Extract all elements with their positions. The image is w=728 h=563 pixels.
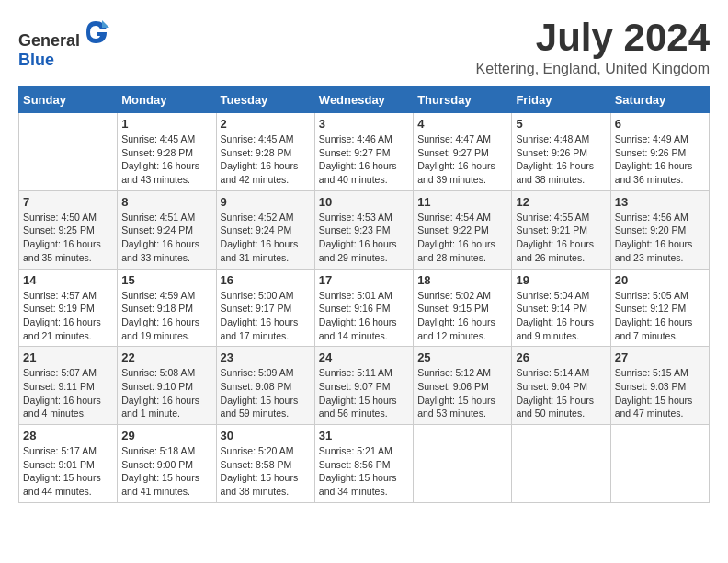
day-number: 16 bbox=[221, 273, 311, 287]
day-number: 29 bbox=[121, 429, 211, 442]
calendar-cell: 21Sunrise: 5:07 AM Sunset: 9:11 PM Dayli… bbox=[19, 347, 118, 425]
day-number: 19 bbox=[516, 273, 606, 287]
location-title: Kettering, England, United Kingdom bbox=[476, 61, 710, 77]
day-number: 3 bbox=[319, 117, 409, 131]
calendar-cell bbox=[414, 425, 512, 503]
day-info: Sunrise: 5:14 AM Sunset: 9:04 PM Dayligh… bbox=[516, 366, 606, 420]
weekday-header-sunday: Sunday bbox=[19, 87, 118, 113]
day-number: 10 bbox=[319, 195, 409, 209]
day-info: Sunrise: 5:12 AM Sunset: 9:06 PM Dayligh… bbox=[417, 366, 507, 420]
day-info: Sunrise: 4:52 AM Sunset: 9:24 PM Dayligh… bbox=[221, 211, 311, 265]
calendar-cell: 15Sunrise: 4:59 AM Sunset: 9:18 PM Dayli… bbox=[118, 269, 216, 347]
day-info: Sunrise: 4:48 AM Sunset: 9:26 PM Dayligh… bbox=[516, 132, 606, 187]
day-number: 11 bbox=[417, 195, 507, 209]
day-info: Sunrise: 5:04 AM Sunset: 9:14 PM Dayligh… bbox=[516, 289, 606, 343]
day-number: 27 bbox=[615, 350, 705, 364]
day-info: Sunrise: 4:53 AM Sunset: 9:23 PM Dayligh… bbox=[319, 211, 409, 265]
day-number: 13 bbox=[615, 195, 705, 209]
calendar-week-2: 7Sunrise: 4:50 AM Sunset: 9:25 PM Daylig… bbox=[19, 190, 710, 269]
day-info: Sunrise: 4:56 AM Sunset: 9:20 PM Dayligh… bbox=[615, 211, 705, 265]
logo-blue: Blue bbox=[18, 51, 54, 69]
calendar-cell: 25Sunrise: 5:12 AM Sunset: 9:06 PM Dayli… bbox=[414, 347, 512, 425]
day-number: 6 bbox=[615, 117, 705, 131]
day-info: Sunrise: 4:45 AM Sunset: 9:28 PM Dayligh… bbox=[121, 132, 211, 187]
day-info: Sunrise: 5:11 AM Sunset: 9:07 PM Dayligh… bbox=[319, 366, 409, 420]
day-info: Sunrise: 5:07 AM Sunset: 9:11 PM Dayligh… bbox=[23, 366, 113, 420]
calendar-cell: 3Sunrise: 4:46 AM Sunset: 9:27 PM Daylig… bbox=[314, 113, 413, 191]
calendar-cell: 22Sunrise: 5:08 AM Sunset: 9:10 PM Dayli… bbox=[118, 347, 216, 425]
calendar-cell: 18Sunrise: 5:02 AM Sunset: 9:15 PM Dayli… bbox=[414, 269, 512, 347]
day-number: 7 bbox=[23, 195, 113, 209]
weekday-header-friday: Friday bbox=[512, 87, 610, 113]
day-number: 23 bbox=[221, 350, 311, 364]
calendar-cell: 13Sunrise: 4:56 AM Sunset: 9:20 PM Dayli… bbox=[610, 190, 709, 269]
day-number: 24 bbox=[319, 350, 409, 364]
page-header: General Blue July 2024 Kettering, Englan… bbox=[18, 18, 710, 77]
day-number: 15 bbox=[121, 273, 211, 287]
calendar-cell: 5Sunrise: 4:48 AM Sunset: 9:26 PM Daylig… bbox=[512, 113, 610, 191]
title-area: July 2024 Kettering, England, United Kin… bbox=[476, 18, 710, 77]
calendar-cell bbox=[512, 425, 610, 503]
calendar-cell: 11Sunrise: 4:54 AM Sunset: 9:22 PM Dayli… bbox=[414, 190, 512, 269]
day-info: Sunrise: 4:51 AM Sunset: 9:24 PM Dayligh… bbox=[121, 211, 211, 265]
day-number: 31 bbox=[319, 429, 409, 442]
day-info: Sunrise: 4:54 AM Sunset: 9:22 PM Dayligh… bbox=[417, 211, 507, 265]
calendar-cell: 31Sunrise: 5:21 AM Sunset: 8:56 PM Dayli… bbox=[314, 425, 413, 503]
day-info: Sunrise: 5:18 AM Sunset: 9:00 PM Dayligh… bbox=[121, 444, 211, 499]
calendar-cell: 9Sunrise: 4:52 AM Sunset: 9:24 PM Daylig… bbox=[216, 190, 314, 269]
day-info: Sunrise: 5:09 AM Sunset: 9:08 PM Dayligh… bbox=[221, 366, 311, 420]
calendar-cell: 23Sunrise: 5:09 AM Sunset: 9:08 PM Dayli… bbox=[216, 347, 314, 425]
weekday-header-thursday: Thursday bbox=[414, 87, 512, 113]
day-info: Sunrise: 4:55 AM Sunset: 9:21 PM Dayligh… bbox=[516, 211, 606, 265]
calendar-cell: 20Sunrise: 5:05 AM Sunset: 9:12 PM Dayli… bbox=[610, 269, 709, 347]
calendar-table: SundayMondayTuesdayWednesdayThursdayFrid… bbox=[18, 86, 710, 503]
day-number: 30 bbox=[221, 429, 311, 442]
day-info: Sunrise: 4:46 AM Sunset: 9:27 PM Dayligh… bbox=[319, 132, 409, 187]
day-info: Sunrise: 5:01 AM Sunset: 9:16 PM Dayligh… bbox=[319, 289, 409, 343]
day-info: Sunrise: 5:20 AM Sunset: 8:58 PM Dayligh… bbox=[221, 444, 311, 499]
calendar-cell: 16Sunrise: 5:00 AM Sunset: 9:17 PM Dayli… bbox=[216, 269, 314, 347]
day-number: 9 bbox=[221, 195, 311, 209]
day-info: Sunrise: 4:47 AM Sunset: 9:27 PM Dayligh… bbox=[417, 132, 507, 187]
day-number: 28 bbox=[23, 429, 113, 442]
day-number: 22 bbox=[121, 350, 211, 364]
calendar-cell: 29Sunrise: 5:18 AM Sunset: 9:00 PM Dayli… bbox=[118, 425, 216, 503]
calendar-week-5: 28Sunrise: 5:17 AM Sunset: 9:01 PM Dayli… bbox=[19, 425, 710, 503]
day-info: Sunrise: 5:08 AM Sunset: 9:10 PM Dayligh… bbox=[121, 366, 211, 420]
calendar-cell: 2Sunrise: 4:45 AM Sunset: 9:28 PM Daylig… bbox=[216, 113, 314, 191]
calendar-cell: 26Sunrise: 5:14 AM Sunset: 9:04 PM Dayli… bbox=[512, 347, 610, 425]
calendar-week-1: 1Sunrise: 4:45 AM Sunset: 9:28 PM Daylig… bbox=[19, 113, 710, 191]
weekday-header-monday: Monday bbox=[118, 87, 216, 113]
day-number: 18 bbox=[417, 273, 507, 287]
calendar-body: 1Sunrise: 4:45 AM Sunset: 9:28 PM Daylig… bbox=[19, 113, 710, 503]
day-info: Sunrise: 5:02 AM Sunset: 9:15 PM Dayligh… bbox=[417, 289, 507, 343]
day-number: 5 bbox=[516, 117, 606, 131]
calendar-cell: 28Sunrise: 5:17 AM Sunset: 9:01 PM Dayli… bbox=[19, 425, 118, 503]
day-info: Sunrise: 4:57 AM Sunset: 9:19 PM Dayligh… bbox=[23, 289, 113, 343]
day-info: Sunrise: 4:45 AM Sunset: 9:28 PM Dayligh… bbox=[221, 132, 311, 187]
logo: General Blue bbox=[18, 18, 109, 70]
calendar-cell: 30Sunrise: 5:20 AM Sunset: 8:58 PM Dayli… bbox=[216, 425, 314, 503]
day-number: 17 bbox=[319, 273, 409, 287]
calendar-week-4: 21Sunrise: 5:07 AM Sunset: 9:11 PM Dayli… bbox=[19, 347, 710, 425]
day-number: 1 bbox=[121, 117, 211, 131]
calendar-cell bbox=[610, 425, 709, 503]
calendar-header-row: SundayMondayTuesdayWednesdayThursdayFrid… bbox=[19, 87, 710, 113]
day-info: Sunrise: 5:17 AM Sunset: 9:01 PM Dayligh… bbox=[23, 444, 113, 499]
calendar-cell bbox=[19, 113, 118, 191]
logo-icon bbox=[82, 18, 109, 46]
calendar-cell: 6Sunrise: 4:49 AM Sunset: 9:26 PM Daylig… bbox=[610, 113, 709, 191]
day-number: 25 bbox=[417, 350, 507, 364]
day-number: 8 bbox=[121, 195, 211, 209]
day-number: 2 bbox=[221, 117, 311, 131]
day-info: Sunrise: 5:00 AM Sunset: 9:17 PM Dayligh… bbox=[221, 289, 311, 343]
weekday-header-tuesday: Tuesday bbox=[216, 87, 314, 113]
logo-general: General bbox=[18, 31, 80, 50]
month-title: July 2024 bbox=[476, 18, 710, 57]
calendar-cell: 4Sunrise: 4:47 AM Sunset: 9:27 PM Daylig… bbox=[414, 113, 512, 191]
day-info: Sunrise: 5:21 AM Sunset: 8:56 PM Dayligh… bbox=[319, 444, 409, 499]
day-info: Sunrise: 5:05 AM Sunset: 9:12 PM Dayligh… bbox=[615, 289, 705, 343]
day-info: Sunrise: 5:15 AM Sunset: 9:03 PM Dayligh… bbox=[615, 366, 705, 420]
calendar-week-3: 14Sunrise: 4:57 AM Sunset: 9:19 PM Dayli… bbox=[19, 269, 710, 347]
day-number: 14 bbox=[23, 273, 113, 287]
